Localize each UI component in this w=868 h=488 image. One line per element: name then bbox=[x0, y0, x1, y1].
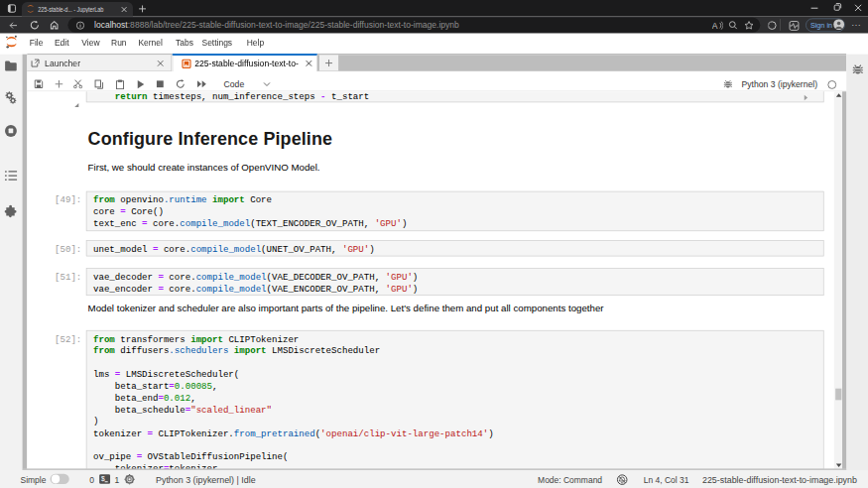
svg-text:$: $ bbox=[101, 475, 105, 483]
svg-text:A: A bbox=[712, 20, 718, 30]
